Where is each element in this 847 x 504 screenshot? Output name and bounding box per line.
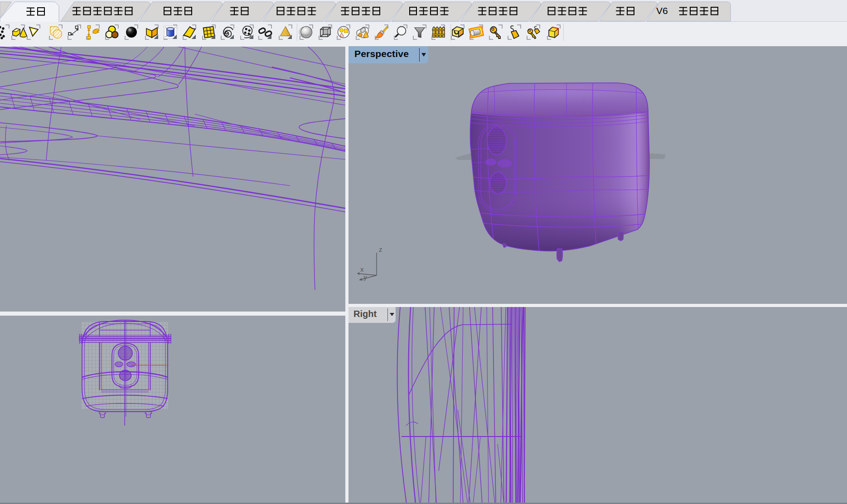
svg-text:V6: V6 bbox=[656, 5, 668, 16]
svg-text:z: z bbox=[379, 245, 382, 253]
svg-text:x: x bbox=[360, 265, 364, 273]
svg-text:y: y bbox=[363, 273, 367, 281]
